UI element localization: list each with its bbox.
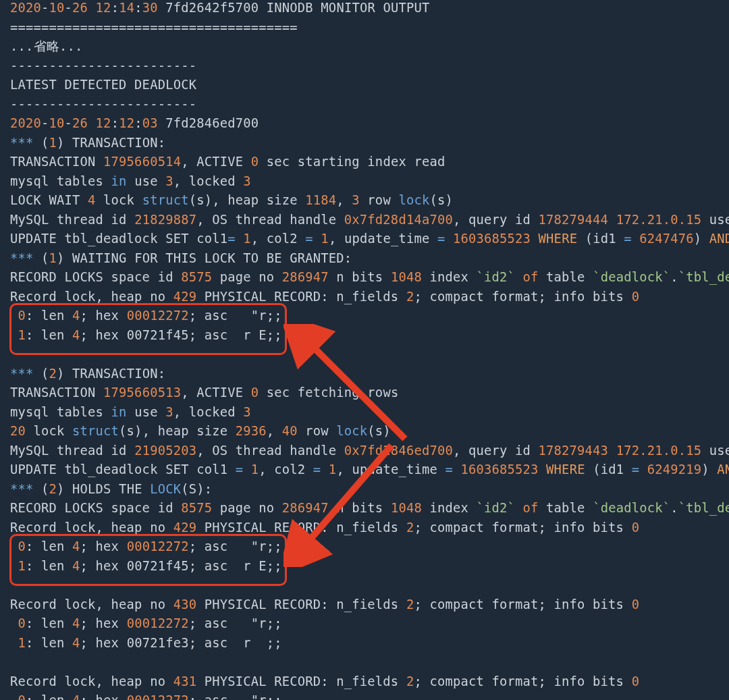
info-bits: 0: [632, 674, 640, 689]
t: n bits: [329, 270, 391, 284]
thread-handle: 7fd2846ed700: [165, 116, 259, 130]
field-len: 4: [72, 328, 80, 342]
id1: 6249219: [647, 462, 702, 477]
field-hex: 00721f45: [127, 328, 189, 342]
field-hex: 00012272: [127, 308, 189, 323]
field-len: 4: [72, 636, 80, 650]
tx-number: 2: [49, 367, 57, 381]
t: use: [127, 174, 166, 188]
client-ip: 172.21.0.15: [616, 213, 702, 227]
t: RECORD LOCKS space id: [10, 270, 181, 284]
kw-where: WHERE: [539, 232, 578, 246]
kw-where: WHERE: [546, 462, 585, 477]
eq: =: [305, 232, 313, 246]
n-bits: 1048: [391, 501, 422, 515]
date-month: 10: [49, 1, 65, 15]
t: (S):: [181, 482, 212, 496]
t: LOCK WAIT: [10, 193, 88, 207]
t: , query id: [453, 443, 539, 458]
time-h: 12: [96, 1, 111, 15]
t: ; hex: [80, 636, 127, 650]
lockwait-n: 4: [88, 193, 96, 207]
heap-no: 429: [173, 520, 197, 535]
t: sec starting index read: [259, 155, 445, 169]
t: ; asc "r;;: [189, 616, 282, 630]
kw-lock: lock: [336, 424, 367, 438]
t: PHYSICAL RECORD: n_fields: [196, 597, 406, 612]
time-s: 03: [142, 116, 158, 130]
heap-no: 431: [173, 674, 197, 689]
val: 1: [329, 462, 337, 477]
t: Record lock, heap no: [10, 597, 173, 612]
t: (id1: [585, 462, 632, 477]
t: Record lock, heap no: [10, 520, 173, 535]
n-fields: 2: [406, 597, 414, 612]
hdr: ) TRANSACTION:: [57, 136, 165, 150]
val: 1: [251, 462, 259, 477]
t: ; compact format; info bits: [414, 520, 631, 535]
t: : len: [26, 308, 72, 323]
sp: [608, 443, 616, 458]
stars: ***: [10, 482, 34, 496]
tbl-name: `tbl_dec: [678, 270, 729, 284]
tx-id: 1795660514: [103, 155, 181, 169]
time-m: 14: [119, 1, 134, 15]
t: , col2: [259, 462, 313, 477]
heap-no: 430: [173, 597, 197, 612]
space-id: 8575: [181, 501, 212, 515]
tx-number: 1: [49, 251, 57, 265]
t: use: [127, 405, 166, 419]
dash-line: ------------------------: [10, 59, 196, 73]
t: ,: [267, 424, 282, 438]
t: ; asc "r;;: [189, 539, 282, 554]
t: TRANSACTION: [10, 385, 103, 400]
t: lock: [26, 424, 72, 438]
page-no: 286947: [282, 270, 329, 284]
space-id: 8575: [181, 270, 212, 284]
t: ; hex: [80, 559, 127, 573]
eq: =: [236, 462, 244, 477]
eq: =: [313, 462, 321, 477]
deadlock-title: LATEST DETECTED DEADLOCK: [10, 78, 196, 92]
t: row: [298, 424, 337, 438]
t: , ACTIVE: [181, 385, 251, 400]
wait: ) WAITING FOR THIS LOCK TO BE GRANTED:: [57, 251, 352, 265]
omit-cn: 省略: [34, 39, 59, 53]
heap-size: 2936: [236, 424, 267, 438]
t: ; hex: [80, 328, 127, 342]
thread-id: 21829887: [134, 213, 196, 227]
t: RECORD LOCKS space id: [10, 501, 181, 515]
os-handle: 0x7fd28d14a700: [344, 213, 453, 227]
field-hex: 00721f45: [127, 559, 189, 573]
row-n: 40: [282, 424, 298, 438]
time-h: 12: [96, 116, 111, 130]
t: ; hex: [80, 693, 127, 700]
row-n: 3: [352, 193, 360, 207]
t: PHYSICAL RECORD: n_fields: [196, 520, 406, 535]
t: MySQL thread id: [10, 443, 134, 458]
t: : len: [26, 559, 72, 573]
t: ; hex: [80, 308, 127, 323]
n-fields: 2: [406, 674, 414, 689]
date-day: 26: [72, 1, 88, 15]
t: (id1: [577, 232, 624, 246]
heap-no: 429: [173, 290, 197, 304]
field-idx: 0: [18, 308, 26, 323]
client-ip: 172.21.0.15: [616, 443, 702, 458]
use-n: 3: [165, 405, 173, 419]
t: : len: [26, 328, 72, 342]
t: (s): [367, 424, 391, 438]
val: 1: [243, 232, 251, 246]
t: , ACTIVE: [181, 155, 251, 169]
time-s: 30: [142, 1, 158, 15]
index-name: `id2`: [476, 501, 515, 515]
t: ): [701, 462, 717, 477]
date-year: 2020: [10, 1, 41, 15]
sep: :: [134, 1, 142, 15]
val: 1: [321, 232, 329, 246]
info-bits: 0: [632, 597, 640, 612]
t: mysql tables: [10, 174, 111, 188]
field-len: 4: [72, 308, 80, 323]
locked-n: 3: [243, 174, 251, 188]
sep: :: [111, 116, 119, 130]
